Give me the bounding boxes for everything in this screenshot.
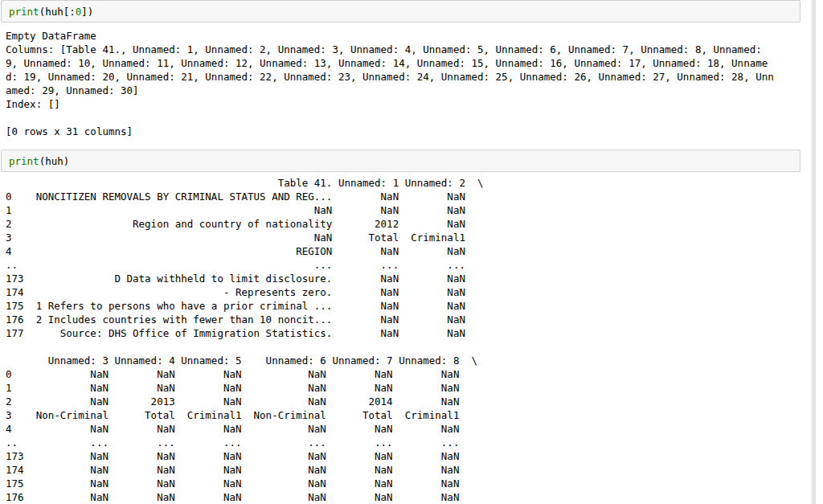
code-token-args: (huh[: <box>39 6 76 18</box>
code-line: print(huh[:0]) <box>9 5 800 18</box>
code-token-print: print <box>9 6 39 18</box>
code-token-args: (huh) <box>39 155 70 167</box>
code-cell-input-2[interactable]: print(huh) <box>1 150 800 172</box>
code-token-close: ]) <box>81 6 93 18</box>
notebook-area: print(huh[:0]) Empty DataFrame Columns: … <box>0 0 823 504</box>
code-cell-input-1[interactable]: print(huh[:0]) <box>1 0 800 23</box>
cell-1-output-text: Empty DataFrame Columns: [Table 41., Unn… <box>6 29 774 138</box>
scrollbar-track[interactable] <box>812 0 816 504</box>
code-token-print: print <box>9 155 39 167</box>
cell-2-output-text: Table 41. Unnamed: 1 Unnamed: 2 \ 0 NONC… <box>6 176 484 504</box>
code-line: print(huh) <box>9 154 800 168</box>
